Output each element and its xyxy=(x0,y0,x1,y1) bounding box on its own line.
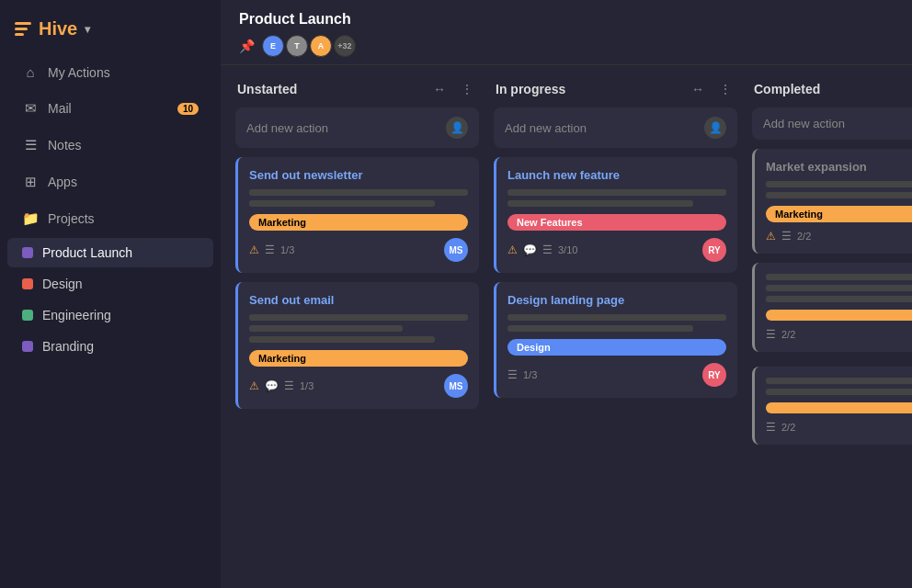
add-action-avatar-in-progress: 👤 xyxy=(704,117,726,139)
task-title-market-expansion[interactable]: Market expansion xyxy=(766,160,912,174)
task-card-completed-3: ☰ 2/2 xyxy=(752,367,912,445)
task-line xyxy=(766,378,912,384)
task-tag-marketing-5[interactable]: Marketing xyxy=(766,206,912,222)
sidebar-project-product-launch[interactable]: Product Launch xyxy=(7,238,213,267)
task-line xyxy=(766,192,912,198)
task-tag-marketing-1[interactable]: Marketing xyxy=(249,214,468,231)
column-title-unstarted: Unstarted xyxy=(237,82,297,96)
task-title-design-landing[interactable]: Design landing page xyxy=(507,293,726,307)
task-title-launch-feature[interactable]: Launch new feature xyxy=(507,168,726,182)
task-line xyxy=(766,296,912,302)
checklist-count-3: 3/10 xyxy=(558,244,577,255)
sidebar-project-design[interactable]: Design xyxy=(7,269,213,299)
project-dot-branding xyxy=(22,341,33,352)
sidebar-project-branding[interactable]: Branding xyxy=(7,332,213,361)
chat-icon-3: 💬 xyxy=(523,243,537,256)
column-expand-btn-in-progress[interactable]: ↔ xyxy=(688,80,708,98)
column-title-completed: Completed xyxy=(754,82,820,96)
warning-icon-5: ⚠ xyxy=(766,230,776,243)
task-footer-6: ☰ 2/2 xyxy=(766,328,912,341)
column-title-in-progress: In progress xyxy=(496,82,565,96)
project-dot-product-launch xyxy=(22,247,33,258)
sidebar-nav-item-notes[interactable]: ☰ Notes xyxy=(7,128,213,163)
task-card-launch-feature: Launch new feature New Features ⚠ 💬 ☰ 3/… xyxy=(494,157,737,273)
projects-icon: 📁 xyxy=(22,210,39,227)
task-footer-left-6: ☰ 2/2 xyxy=(766,328,912,341)
task-footer-left-4: ☰ 1/3 xyxy=(507,368,697,381)
nav-label-projects: Projects xyxy=(48,211,95,226)
add-action-text-in-progress: Add new action xyxy=(505,121,587,135)
avatar-stack: E T A +32 xyxy=(262,35,356,57)
task-line xyxy=(249,325,403,332)
assignee-ms-1[interactable]: MS xyxy=(444,238,468,262)
checklist-icon-2: ☰ xyxy=(284,379,294,392)
column-menu-btn-in-progress[interactable]: ⋮ xyxy=(715,80,735,98)
task-line xyxy=(249,314,468,321)
assignee-ms-2[interactable]: MS xyxy=(444,374,468,398)
avatar-more: +32 xyxy=(334,35,356,57)
project-label-design: Design xyxy=(42,277,83,291)
add-action-avatar-unstarted: 👤 xyxy=(446,117,468,139)
add-action-bar-completed[interactable]: Add new action xyxy=(752,107,912,140)
task-footer-left-5: ⚠ ☰ 2/2 xyxy=(766,230,912,243)
task-tag-design[interactable]: Design xyxy=(507,339,726,356)
task-line xyxy=(507,325,693,332)
notes-icon: ☰ xyxy=(22,137,39,153)
task-card-send-newsletter: Send out newsletter Marketing ⚠ ☰ 1/3 MS xyxy=(235,157,479,273)
add-action-bar-in-progress[interactable]: Add new action 👤 xyxy=(494,107,737,148)
column-header-completed: Completed ⋮ xyxy=(752,80,912,98)
task-line xyxy=(507,314,726,321)
task-line xyxy=(766,389,912,395)
task-title-send-newsletter[interactable]: Send out newsletter xyxy=(249,168,468,182)
checklist-icon-3: ☰ xyxy=(542,243,553,256)
task-lines-5 xyxy=(766,181,912,198)
task-tag-marketing-2[interactable]: Marketing xyxy=(249,350,468,367)
task-line xyxy=(249,336,435,343)
sidebar-nav-item-mail[interactable]: ✉ Mail 10 xyxy=(7,91,213,126)
project-label-branding: Branding xyxy=(42,339,94,354)
completed-bar-7 xyxy=(766,402,912,413)
home-icon: ⌂ xyxy=(22,64,39,80)
project-dot-engineering xyxy=(22,310,33,321)
checklist-icon-1: ☰ xyxy=(265,243,275,256)
task-line xyxy=(249,200,435,207)
app-name: Hive xyxy=(39,18,77,40)
nav-label-notes: Notes xyxy=(48,138,82,153)
column-header-actions-unstarted: ↔ ⋮ xyxy=(429,80,477,98)
assignee-ry-2[interactable]: RY xyxy=(702,363,726,387)
task-footer-left-2: ⚠ 💬 ☰ 1/3 xyxy=(249,379,439,392)
task-line xyxy=(766,285,912,291)
task-lines-6 xyxy=(766,274,912,302)
sidebar-nav-item-my-actions[interactable]: ⌂ My Actions xyxy=(7,55,213,89)
warning-icon-3: ⚠ xyxy=(507,243,518,256)
column-completed: Completed ⋮ Add new action Market expans… xyxy=(752,80,912,445)
app-logo[interactable]: Hive ▾ xyxy=(0,11,221,54)
add-action-bar-unstarted[interactable]: Add new action 👤 xyxy=(235,107,479,148)
task-footer-3: ⚠ 💬 ☰ 3/10 RY xyxy=(507,238,726,262)
assignee-ry-1[interactable]: RY xyxy=(702,238,726,262)
task-card-market-expansion: Market expansion Marketing ⚠ ☰ 2/2 xyxy=(752,149,912,254)
task-tag-new-features[interactable]: New Features xyxy=(507,214,726,231)
task-card-completed-2: ☰ 2/2 xyxy=(752,263,912,352)
warning-icon-2: ⚠ xyxy=(249,379,259,392)
logo-icon xyxy=(15,22,31,36)
column-menu-btn-unstarted[interactable]: ⋮ xyxy=(457,80,477,98)
page-title: Product Launch xyxy=(239,11,894,28)
task-footer-7: ☰ 2/2 xyxy=(766,421,912,434)
task-title-send-email[interactable]: Send out email xyxy=(249,293,468,307)
sidebar: Hive ▾ ⌂ My Actions ✉ Mail 10 ☰ Notes ⊞ … xyxy=(0,0,221,588)
column-expand-btn-unstarted[interactable]: ↔ xyxy=(429,80,450,98)
task-lines-2 xyxy=(249,314,468,343)
kanban-board: Unstarted ↔ ⋮ Add new action 👤 Send out … xyxy=(221,65,912,588)
column-header-unstarted: Unstarted ↔ ⋮ xyxy=(235,80,479,98)
column-header-actions-in-progress: ↔ ⋮ xyxy=(688,80,735,98)
pin-icon: 📌 xyxy=(239,39,255,53)
sidebar-nav-item-apps[interactable]: ⊞ Apps xyxy=(7,164,213,199)
sidebar-project-engineering[interactable]: Engineering xyxy=(7,300,213,330)
sidebar-nav-item-projects[interactable]: 📁 Projects xyxy=(7,201,213,236)
checklist-icon-6: ☰ xyxy=(766,328,776,341)
task-lines-4 xyxy=(507,314,726,332)
nav-label-my-actions: My Actions xyxy=(48,65,110,80)
checklist-count-6: 2/2 xyxy=(781,329,795,340)
checklist-count-7: 2/2 xyxy=(781,422,795,433)
